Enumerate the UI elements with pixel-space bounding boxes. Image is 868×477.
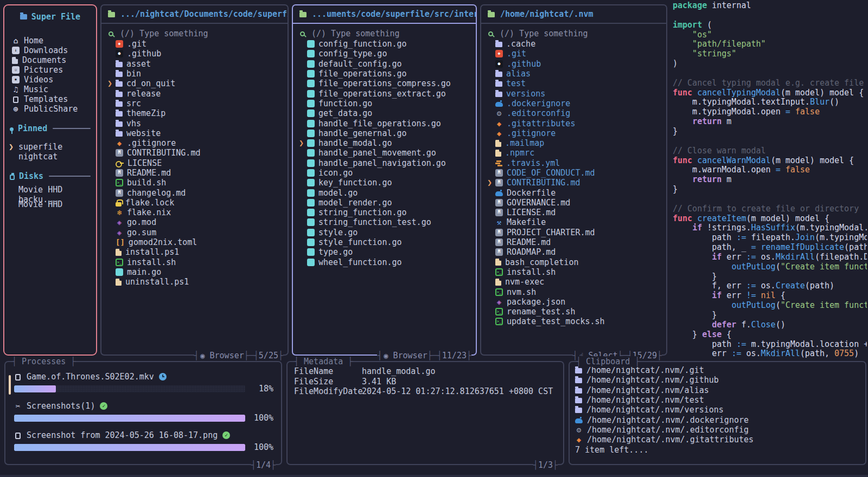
file-row[interactable]: main.go <box>107 267 282 277</box>
file-row[interactable]: Mchangelog.md <box>107 188 282 197</box>
disk-item-movie-hhd-backu-[interactable]: Movie HHD backu... <box>4 190 96 199</box>
file-row[interactable]: src <box>107 99 282 108</box>
file-row[interactable]: >_install.sh <box>107 257 282 267</box>
panel-path-header[interactable]: /home/nightcat/.nvm <box>481 5 666 24</box>
file-row[interactable]: default_config.go <box>298 59 470 69</box>
panel-search-bar[interactable]: (/) Type something <box>107 28 282 38</box>
file-row[interactable]: config_type.go <box>298 49 470 59</box>
file-row[interactable]: test <box>487 79 661 88</box>
file-row[interactable]: function.go <box>298 99 470 108</box>
file-row[interactable]: bash_completion <box>487 257 661 267</box>
file-row[interactable]: type.go <box>298 247 470 257</box>
file-row[interactable]: install.ps1 <box>107 247 282 257</box>
file-row[interactable]: model_render.go <box>298 198 470 208</box>
file-row[interactable]: >_nvm.sh <box>487 287 661 296</box>
sidebar-item-home[interactable]: ⌂Home <box>4 36 96 46</box>
file-row[interactable]: file_operations_extract.go <box>298 88 470 98</box>
file-row[interactable]: LICENSE <box>107 158 282 168</box>
file-row[interactable]: ◆.git <box>487 49 661 59</box>
file-row[interactable]: .dockerignore <box>487 99 661 108</box>
file-row[interactable]: themeZip <box>107 108 282 118</box>
sidebar-item-publicshare[interactable]: ⊕PublicShare <box>4 104 96 114</box>
file-row[interactable]: model.go <box>298 188 470 197</box>
file-row[interactable]: MREADME.md <box>107 168 282 178</box>
file-row[interactable]: string_function.go <box>298 208 470 217</box>
file-row[interactable]: bin <box>107 69 282 79</box>
file-row[interactable]: MPROJECT_CHARTER.md <box>487 228 661 237</box>
file-row[interactable]: wheel_function.go <box>298 257 470 267</box>
file-row[interactable]: config_function.go <box>298 39 470 49</box>
file-row[interactable]: MREADME.md <box>487 237 661 247</box>
downloads-icon: ↓ <box>12 47 20 54</box>
file-row[interactable]: ◈package.json <box>487 297 661 307</box>
panel-path-header[interactable]: .../nightcat/Documents/code/superfile <box>101 5 288 24</box>
file-row[interactable]: ❯handle_modal.go <box>298 138 470 148</box>
go-icon <box>307 90 315 98</box>
file-row[interactable]: icon.go <box>298 168 470 178</box>
file-row[interactable]: style_function.go <box>298 237 470 247</box>
file-row[interactable]: MCODE_OF_CONDUCT.md <box>487 168 661 178</box>
panel-search-bar[interactable]: (/) Type something <box>487 28 661 38</box>
sidebar-item-documents[interactable]: Documents <box>4 55 96 65</box>
file-row[interactable]: []gomod2nix.toml <box>107 237 282 247</box>
file-row[interactable]: ◆.gitignore <box>107 138 282 148</box>
file-row[interactable]: file_operations_compress.go <box>298 79 470 88</box>
file-row[interactable]: string_function_test.go <box>298 217 470 227</box>
file-row[interactable]: MGOVERNANCE.md <box>487 198 661 208</box>
file-row[interactable]: website <box>107 128 282 138</box>
panel-search-bar[interactable]: (/) Type something <box>298 28 470 38</box>
file-row[interactable]: uninstall.ps1 <box>107 277 282 287</box>
file-row[interactable]: .travis.yml <box>487 158 661 168</box>
process-item[interactable]: Game.of.Thrones.S02E02.mkv18% <box>14 372 273 394</box>
panel-path-header[interactable]: ...uments/code/superfile/src/internal <box>293 5 476 24</box>
file-row[interactable]: MLICENSE.md <box>487 208 661 217</box>
file-row[interactable]: Dockerfile <box>487 188 661 197</box>
file-row[interactable]: >_rename_test.sh <box>487 307 661 317</box>
file-row[interactable]: handle_panel_navigation.go <box>298 158 470 168</box>
file-row[interactable]: release <box>107 88 282 98</box>
file-row[interactable]: versions <box>487 88 661 98</box>
file-row[interactable]: ❯MCONTRIBUTING.md <box>487 178 661 188</box>
file-row[interactable]: vhs <box>107 118 282 128</box>
file-row[interactable]: >_install.sh <box>487 267 661 277</box>
file-row[interactable]: get_data.go <box>298 108 470 118</box>
pinned-item-nightcat[interactable]: nightcat <box>4 152 96 162</box>
file-row[interactable]: key_function.go <box>298 178 470 188</box>
file-row[interactable]: flake.lock <box>107 198 282 208</box>
file-row[interactable]: MROADMAP.md <box>487 247 661 257</box>
file-row[interactable]: ◈go.mod <box>107 217 282 227</box>
file-row[interactable]: handle_genernal.go <box>298 128 470 138</box>
file-row[interactable]: >_build.sh <box>107 178 282 188</box>
sidebar-item-music[interactable]: ♫Music <box>4 85 96 94</box>
file-row[interactable]: file_operations.go <box>298 69 470 79</box>
file-row[interactable]: alias <box>487 69 661 79</box>
process-item[interactable]: ✂Screenshots(1)✓100% <box>14 401 273 423</box>
file-row[interactable]: ❄flake.nix <box>107 208 282 217</box>
file-row[interactable]: handle_file_operations.go <box>298 118 470 128</box>
sidebar-item-pictures[interactable]: ▫Pictures <box>4 65 96 75</box>
file-row[interactable]: ◆.gitattributes <box>487 118 661 128</box>
file-row[interactable]: ●.github <box>487 59 661 69</box>
pinned-item-superfile[interactable]: ❯superfile <box>4 142 96 152</box>
file-row[interactable]: handle_panel_movement.go <box>298 148 470 158</box>
file-row[interactable]: ●.github <box>107 49 282 59</box>
sidebar-item-videos[interactable]: ▪Videos <box>4 75 96 85</box>
file-row[interactable]: ◈go.sum <box>107 228 282 237</box>
file-row[interactable]: nvm-exec <box>487 277 661 287</box>
file-row[interactable]: .npmrc <box>487 148 661 158</box>
file-row[interactable]: style.go <box>298 228 470 237</box>
sidebar-item-templates[interactable]: Templates <box>4 94 96 104</box>
file-row[interactable]: ◆.gitignore <box>487 128 661 138</box>
file-row[interactable]: asset <box>107 59 282 69</box>
process-item[interactable]: Screenshot from 2024-05-26 16-08-17.png✓… <box>14 430 273 452</box>
sidebar-item-downloads[interactable]: ↓Downloads <box>4 46 96 55</box>
file-row[interactable]: .cache <box>487 39 661 49</box>
file-row[interactable]: MCONTRIBUTING.md <box>107 148 282 158</box>
file-row[interactable]: ⚒Makefile <box>487 217 661 227</box>
file-row[interactable]: .mailmap <box>487 138 661 148</box>
file-row[interactable]: ❯cd_on_quit <box>107 79 282 88</box>
disk-item-movie-hhd[interactable]: Movie HHD <box>4 199 96 209</box>
file-row[interactable]: ⚙.editorconfig <box>487 108 661 118</box>
file-row[interactable]: ◆.git <box>107 39 282 49</box>
file-row[interactable]: >_update_test_mocks.sh <box>487 317 661 326</box>
